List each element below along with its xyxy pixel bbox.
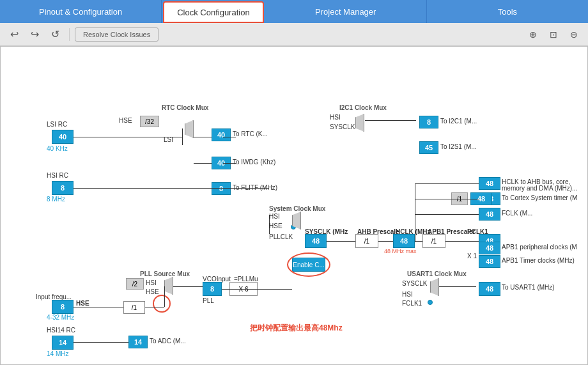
pll-src-mux-shape bbox=[164, 277, 173, 295]
hsi14-freq: 14 MHz bbox=[47, 350, 68, 357]
apb1-timer-label: APB1 Timer clocks (MHz) bbox=[502, 257, 575, 264]
lsi-rc-freq: 40 KHz bbox=[47, 145, 68, 152]
hsi-rc-label: HSI RC bbox=[47, 172, 68, 179]
fclk-box: 48 bbox=[479, 208, 500, 221]
hsi-rc-box: 8 bbox=[52, 181, 74, 195]
fclk-label: FCLK (M... bbox=[502, 210, 532, 217]
tab-project[interactable]: Project Manager bbox=[265, 0, 427, 23]
resolve-clock-issues-button[interactable]: Resolve Clock Issues bbox=[75, 27, 159, 42]
hsi-sys-label: HSI bbox=[269, 213, 280, 220]
hsi-usart-label: HSI bbox=[402, 291, 413, 298]
undo-button[interactable]: ↩ bbox=[5, 26, 23, 43]
to-i2s1-label: To I2S1 (M... bbox=[440, 143, 477, 150]
annotation-text: 把时钟配置输出最高48Mhz bbox=[250, 323, 343, 334]
system-clock-mux-label: System Clock Mux bbox=[269, 205, 325, 212]
sysclk-i2c1-label: SYSCLK bbox=[330, 123, 355, 130]
pll-val-box: 8 bbox=[203, 282, 222, 296]
refresh-button[interactable]: ↺ bbox=[46, 26, 64, 43]
apb1-periph-label: APB1 peripheral clocks (M bbox=[502, 244, 577, 251]
x1-label: X 1 bbox=[467, 252, 477, 260]
separator bbox=[69, 28, 70, 41]
tab-pinout[interactable]: Pinout & Configuration bbox=[0, 0, 162, 23]
pll-source-mux-label: PLL Source Mux bbox=[140, 270, 190, 277]
to-rtc-label: To RTC (K... bbox=[233, 130, 268, 137]
hclk-ahb-box: 48 bbox=[479, 177, 500, 190]
to-rtc-box: 40 bbox=[212, 128, 231, 141]
hsi14-label: HSI14 RC bbox=[47, 327, 75, 334]
to-adc-label: To ADC (M... bbox=[150, 338, 186, 345]
hsi14-box: 14 bbox=[52, 336, 74, 350]
to-usart1-box: 48 bbox=[479, 282, 500, 296]
ahb-prescaler-dropdown[interactable]: /1 bbox=[355, 234, 378, 248]
hse-sys-label: HSE bbox=[269, 222, 282, 229]
div1-pll-dropdown[interactable]: /1 bbox=[123, 301, 145, 314]
clock-diagram-canvas: 40 LSI RC 40 KHz 8 HSI RC 8 MHz Input fr… bbox=[0, 46, 588, 365]
hse-label: HSE bbox=[76, 300, 89, 307]
hclk-ahb-sub: memory and DMA (MHz)... bbox=[502, 185, 577, 192]
i2c1-clock-mux-label: I2C1 Clock Mux bbox=[339, 104, 387, 111]
fclk-usart-label: FCLK1 bbox=[402, 300, 422, 307]
sysclk-val-box: 48 bbox=[305, 234, 327, 248]
lsi-rc-box: 40 bbox=[52, 130, 74, 144]
redo-button[interactable]: ↪ bbox=[26, 26, 43, 43]
i2c1-mux-shape bbox=[355, 114, 364, 132]
to-iwdg-label: To IWDG (Khz) bbox=[233, 159, 275, 166]
hse-pll-label: HSE bbox=[146, 288, 159, 295]
top-navigation: Pinout & Configuration Clock Configurati… bbox=[0, 0, 588, 23]
hse-input-box: 8 bbox=[52, 300, 74, 314]
cortex-timer-label: To Cortex System timer (M bbox=[502, 194, 577, 201]
pllclk-sys-label: PLLCLK bbox=[269, 233, 293, 240]
hsi-pll-label: HSI bbox=[146, 279, 157, 286]
toolbar: ↩ ↪ ↺ Resolve Clock Issues ⊕ ⊡ ⊖ bbox=[0, 23, 588, 46]
apb1-timer-box: 48 bbox=[479, 255, 500, 268]
tab-clock[interactable]: Clock Configuration bbox=[163, 1, 263, 23]
sysclk-usart-label: SYSCLK bbox=[402, 280, 427, 287]
to-flitf-box: 8 bbox=[212, 182, 231, 195]
hsi14-to-adc-box: 14 bbox=[128, 336, 148, 348]
to-i2c1-box: 8 bbox=[419, 116, 438, 128]
to-usart1-label: To USART1 (MHz) bbox=[502, 284, 555, 291]
apb1-periph-box: 48 bbox=[479, 242, 500, 254]
apb1-prescaler-dropdown[interactable]: /1 bbox=[422, 234, 445, 248]
hse-freq-label: 4-32 MHz bbox=[47, 314, 74, 321]
usart1-clock-mux-label: USART1 Clock Mux bbox=[407, 270, 467, 277]
tab-tools[interactable]: Tools bbox=[427, 0, 588, 23]
hsi-rc-freq: 8 MHz bbox=[47, 196, 65, 203]
to-i2c1-label: To I2C1 (M... bbox=[440, 118, 477, 125]
hse-rtc-label: HSE bbox=[119, 117, 132, 124]
hse-circle-annotation bbox=[153, 295, 171, 313]
to-i2s1-box: 45 bbox=[419, 141, 438, 154]
ahb-max-label: 48 MHz max bbox=[384, 248, 417, 254]
rtc-mux-shape bbox=[185, 120, 194, 138]
zoom-fit-button[interactable]: ⊡ bbox=[545, 26, 562, 43]
enable-circle-annotation bbox=[287, 252, 330, 277]
div32-box: /32 bbox=[140, 116, 159, 127]
zoom-in-button[interactable]: ⊕ bbox=[524, 26, 542, 43]
zoom-out-button[interactable]: ⊖ bbox=[565, 26, 583, 43]
pll-div2-box: /2 bbox=[126, 278, 144, 290]
pll-label: PLL bbox=[203, 297, 214, 304]
hsi-i2c1-label: HSI bbox=[330, 114, 341, 121]
rtc-clock-mux-label: RTC Clock Mux bbox=[162, 104, 208, 111]
fclk1-dot bbox=[428, 300, 433, 305]
hclk-box: 48 bbox=[393, 234, 415, 248]
lsi-rc-label: LSI RC bbox=[47, 121, 67, 128]
usart1-mux-shape bbox=[430, 278, 439, 296]
